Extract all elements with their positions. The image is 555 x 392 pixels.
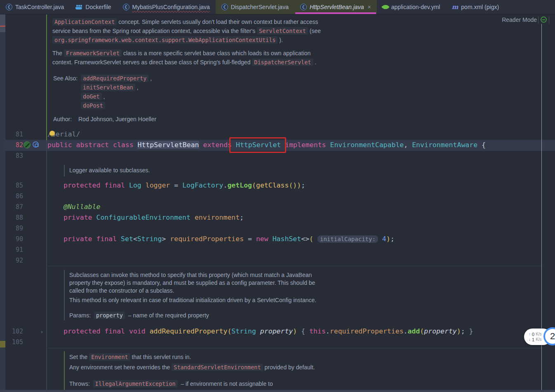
code-line-85[interactable]: protected final Log logger = LogFactory.… [63, 180, 305, 191]
javadoc-line[interactable]: This method is only relevant in case of … [69, 296, 316, 305]
gutter-line-number[interactable]: 89 [3, 223, 23, 234]
text-token: String [137, 235, 162, 243]
tab-httpservletbean-java[interactable]: C HttpServletBean.java × [294, 0, 377, 14]
text-token: Log [129, 181, 146, 189]
text-token: initServletBean [81, 84, 135, 91]
javadoc-line[interactable]: service beans from the Spring root appli… [52, 26, 321, 35]
gutter-line-number[interactable]: 83 [3, 150, 23, 161]
text-token [199, 141, 203, 149]
text-token: , [404, 141, 412, 149]
method-separator [47, 348, 541, 348]
text-token: Set the [69, 354, 89, 360]
text-token: protected final void [63, 327, 150, 335]
text-token: Logger available to subclasses. [69, 167, 150, 174]
gutter-line-number[interactable]: 91 [3, 244, 23, 255]
tab-pom-xml-pigx[interactable]: m pom.xml (pigx) [446, 0, 505, 14]
gutter-line-number[interactable]: 85 [3, 180, 23, 191]
text-token: ConfigurableEnvironment [96, 214, 194, 221]
text-token: property [94, 312, 125, 319]
reader-mode-label[interactable]: Reader Mode [502, 16, 537, 23]
text-token [313, 235, 317, 243]
text-token: StandardServletEnvironment [172, 364, 263, 371]
close-icon[interactable]: × [367, 4, 371, 10]
text-token: ) [293, 327, 297, 335]
reader-mode-toggle-icon[interactable] [541, 16, 547, 23]
javadoc-line[interactable]: context. FrameworkServlet serves as dire… [52, 58, 316, 67]
text-token: ( [227, 327, 231, 335]
javadoc-line[interactable]: Any environment set here overrides the S… [69, 363, 315, 372]
text-token: EnvironmentAware [412, 141, 477, 149]
gutter-line-number[interactable]: 81 [3, 129, 23, 140]
javadoc-author-value[interactable]: Rod Johnson, Juergen Hoeller [78, 115, 156, 124]
text-token: <> [301, 235, 309, 243]
tab-dockerfile[interactable]: Dockerfile [70, 0, 117, 14]
fold-chevron-icon[interactable]: › [40, 329, 46, 335]
javadoc-line[interactable]: org.springframework.web.context.support.… [52, 35, 283, 45]
gutter-line-number[interactable]: 82 [3, 140, 23, 150]
javadoc-author-label[interactable]: Author: [53, 115, 72, 124]
text-token: = [174, 181, 182, 189]
text-token: Subclasses can invoke this method to spe… [69, 272, 312, 278]
editor-vertical-bar [64, 165, 65, 176]
text-token: – if environment is not assignable to [178, 380, 273, 387]
tab-taskcontroller-java[interactable]: C TaskController.java [0, 0, 70, 14]
text-token: implements [285, 141, 326, 149]
text-token: this [309, 327, 326, 335]
tab-application-dev-yml[interactable]: application-dev.yml [377, 0, 446, 14]
tab-mybatisplusconfiguration-java[interactable]: C MybatisPlusConfiguration.java [117, 0, 216, 14]
intention-bulb-icon[interactable] [49, 131, 55, 136]
javadoc-line[interactable]: ApplicationContext concept. Simple servl… [52, 17, 318, 26]
text-token: This method is only relevant in case of … [69, 297, 316, 303]
javadoc-line[interactable]: Logger available to subclasses. [69, 166, 150, 175]
gutter-line-number[interactable]: 102 [3, 326, 23, 337]
javadoc-see-also-link[interactable]: initServletBean , [81, 83, 139, 92]
editor-vertical-bar [46, 14, 47, 140]
gutter-line-number[interactable]: 87 [3, 202, 23, 212]
java-class-icon: C [6, 4, 12, 10]
text-token: getLog [227, 181, 252, 189]
javadoc-see-also-link[interactable]: doPost [81, 101, 105, 110]
javadoc-params-line[interactable]: Params: property – name of the required … [69, 311, 209, 320]
gutter-line-number[interactable]: 90 [3, 234, 23, 244]
text-token: ( [309, 235, 313, 243]
gutter-implemented-icon[interactable] [24, 141, 31, 148]
javadoc-see-also-label[interactable]: See Also: [53, 74, 78, 83]
text-token: , [102, 93, 105, 100]
text-token: ) [386, 235, 390, 243]
gutter-line-number[interactable]: 86 [3, 191, 23, 202]
code-line-102[interactable]: protected final void addRequiredProperty… [63, 326, 473, 337]
left-stripe-top-block [0, 14, 5, 32]
text-token: } [469, 327, 473, 335]
gutter-line-number[interactable]: 92 [3, 255, 23, 266]
text-token: ; [240, 214, 244, 221]
code-line-90[interactable]: private final Set<String> requiredProper… [63, 234, 395, 244]
text-token: property [424, 327, 456, 335]
text-token: ; [390, 235, 395, 243]
code-line-88[interactable]: private ConfigurableEnvironment environm… [63, 212, 244, 223]
text-token: Params: [69, 312, 94, 319]
code-line-87[interactable]: @Nullable [63, 202, 100, 212]
text-token: ; [301, 181, 305, 189]
tab-label: HttpServletBean.java [310, 4, 364, 10]
text-token: ; [461, 327, 469, 335]
tab-dispatcherservlet-java[interactable]: C DispatcherServlet.java [216, 0, 294, 14]
javadoc-throws-line[interactable]: Throws: IllegalArgumentException – if en… [69, 379, 273, 388]
upload-speed-value: 0 [532, 332, 534, 337]
javadoc-line[interactable]: called from the constructor of a subclas… [69, 286, 174, 295]
text-token: addRequiredProperty [81, 75, 148, 82]
java-class-icon: C [300, 4, 307, 10]
text-token: ()) [289, 181, 301, 189]
javadoc-see-also-link[interactable]: doGet , [81, 92, 105, 101]
gutter-subclassed-icon[interactable]: ↓ [33, 141, 39, 148]
gutter-line-number[interactable]: 105 [3, 337, 23, 347]
text-token: ApplicationContext [52, 18, 117, 26]
javadoc-line[interactable]: The FrameworkServlet class is a more spe… [52, 49, 310, 58]
text-token [326, 141, 330, 149]
gutter-line-number[interactable]: 88 [3, 212, 23, 223]
text-token: (see [308, 28, 321, 34]
javadoc-see-also-link[interactable]: addRequiredProperty , [81, 74, 152, 83]
tab-label: Dockerfile [85, 4, 111, 10]
text-token: add [408, 327, 420, 335]
javadoc-line[interactable]: Set the Environment that this servlet ru… [69, 352, 191, 361]
text-token: class is a more specific servlet base cl… [122, 50, 310, 56]
